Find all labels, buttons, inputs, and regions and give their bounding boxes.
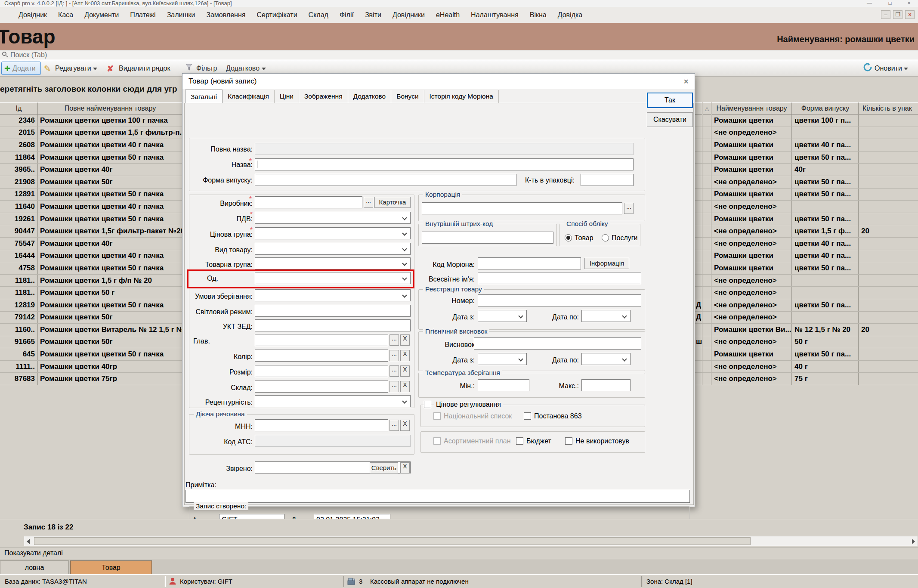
close-icon[interactable]: ×	[902, 0, 916, 7]
tab-bonusy[interactable]: Бонуси	[391, 90, 424, 103]
cancel-button[interactable]: Скасувати	[647, 112, 693, 127]
table-row[interactable]: <не определено>	[695, 275, 918, 287]
table-row[interactable]: <не определено>	[695, 127, 918, 139]
hyg-date-from-select[interactable]	[478, 353, 527, 365]
size-input[interactable]	[255, 365, 388, 377]
reg-date-from-select[interactable]	[478, 310, 527, 322]
table-row[interactable]: 11864 Ромашки цветки цветки 50 г пачка	[0, 152, 182, 164]
tab-klasyfikacia[interactable]: Класифікація	[223, 90, 275, 103]
menu-item[interactable]: Платежі	[124, 11, 161, 19]
tab-istoria-morion[interactable]: Історія коду Моріона	[424, 90, 499, 103]
corporation-browse-button[interactable]: ...	[624, 203, 634, 214]
maximize-icon[interactable]: □	[883, 0, 897, 7]
table-row[interactable]: Д <не определено> цветки 50 г па...	[695, 299, 918, 312]
tab-dodatkovo[interactable]: Додатково	[348, 90, 392, 103]
table-row[interactable]: Ромашки цветки цветки 50 г па...	[695, 152, 918, 164]
mnn-input[interactable]	[255, 419, 388, 431]
mdi-close-icon[interactable]: ×	[905, 10, 915, 19]
menu-item[interactable]: Звіти	[359, 11, 387, 19]
price-group-select[interactable]	[255, 227, 411, 239]
temp-max-input[interactable]	[581, 379, 631, 391]
table-row[interactable]: 75547 Ромашки цветки 40г	[0, 238, 182, 250]
mdi-minimize-icon[interactable]: –	[881, 10, 890, 19]
table-row[interactable]: 1181.. Ромашки цветки 50 г	[0, 287, 182, 299]
scrollbar-track[interactable]	[24, 536, 918, 546]
color-browse-button[interactable]: ...	[389, 350, 399, 361]
table-row[interactable]: <не определено> 75 г	[695, 373, 918, 385]
warehouse-clear-button[interactable]: X	[400, 381, 410, 392]
information-button[interactable]: Інформація	[584, 258, 629, 269]
temp-min-input[interactable]	[478, 379, 529, 391]
column-header-fullname[interactable]: Повне найменування товару	[38, 102, 182, 115]
sort-indicator-icon[interactable]: △	[703, 102, 711, 115]
table-row[interactable]: Ромашки цветки цветки 40 г па...	[695, 250, 918, 263]
prescription-select[interactable]	[255, 395, 411, 407]
table-row[interactable]: Д <не определено>	[695, 312, 918, 324]
column-header-name[interactable]: Найменування товару	[712, 102, 792, 115]
filter-button[interactable]: Фільтр	[196, 65, 217, 72]
tab-zagalni[interactable]: Загальні	[185, 90, 223, 104]
goods-radio[interactable]	[565, 234, 572, 241]
table-row[interactable]: <не определено> 40 г	[695, 361, 918, 373]
column-header-id[interactable]: Ід	[0, 102, 38, 115]
horizontal-scrollbar[interactable]	[0, 535, 918, 547]
minimize-icon[interactable]: —	[862, 0, 877, 7]
mdi-restore-icon[interactable]: ❐	[893, 10, 903, 19]
table-row[interactable]: <не определено>	[695, 201, 918, 213]
ok-button[interactable]: Так	[647, 93, 693, 108]
verified-clear-button[interactable]: X	[400, 462, 410, 473]
table-row[interactable]: 87683 Ромашки цветки 75гр	[0, 373, 182, 385]
light-mode-input[interactable]	[255, 305, 411, 317]
table-row[interactable]: <не определено> цветки 40 г па...	[695, 238, 918, 250]
table-row[interactable]: 11640 Ромашки цветки цветки 40 г пачка	[0, 201, 182, 213]
size-clear-button[interactable]: X	[400, 365, 410, 377]
table-row[interactable]: 12891 Ромашки цветки цветки 50 г пачка	[0, 189, 182, 201]
table-row[interactable]: 1160.. Ромашки цветки Витарель № 12 1,5 …	[0, 324, 182, 336]
table-row[interactable]: 2608 Ромашки цветки цветки 40 г пачка	[0, 139, 182, 152]
table-row[interactable]: 12819 Ромашки цветки цветки 50 г пачка	[0, 299, 182, 312]
table-row[interactable]: 4758 Ромашки цветки цветки 50 г пачка	[0, 262, 182, 275]
search-input[interactable]	[10, 51, 785, 59]
not-used-checkbox[interactable]	[565, 437, 572, 445]
menu-item[interactable]: Замовлення	[201, 11, 251, 19]
table-row[interactable]: 3965.. Ромашки цветки 40г	[0, 164, 182, 176]
menu-item[interactable]: Довідники	[387, 11, 430, 19]
product-group-select[interactable]	[255, 257, 411, 269]
name-input[interactable]	[255, 158, 634, 170]
table-row[interactable]: Ромашки цветки цветки 50 г па...	[695, 348, 918, 361]
size-browse-button[interactable]: ...	[389, 365, 399, 377]
tab-golovna[interactable]: ловна	[0, 560, 69, 575]
more-button[interactable]: Додатково	[226, 65, 266, 72]
tab-ciny[interactable]: Ціни	[275, 90, 299, 103]
menu-item[interactable]: Залишки	[161, 11, 201, 19]
table-row[interactable]: Ромашки цветки цветки 100 г п...	[695, 115, 918, 127]
mnn-browse-button[interactable]: ...	[389, 420, 399, 431]
product-kind-select[interactable]	[255, 243, 411, 255]
menu-item[interactable]: Склад	[303, 11, 334, 19]
vat-select[interactable]	[255, 212, 411, 224]
color-clear-button[interactable]: X	[400, 350, 410, 361]
column-header-form[interactable]: Форма випуску	[792, 102, 859, 115]
menu-item[interactable]: Довідка	[552, 11, 588, 19]
hyg-date-to-select[interactable]	[581, 353, 631, 365]
add-button[interactable]: + Додати	[1, 62, 41, 75]
table-row[interactable]: <не определено>	[695, 287, 918, 299]
table-row[interactable]: 2015 Ромашки цветки цветки 1,5 г фильтр-…	[0, 127, 182, 139]
world-name-input[interactable]	[478, 272, 641, 284]
verify-button[interactable]: Сверить	[370, 462, 398, 473]
table-row[interactable]: 79142 Ромашки цветки 50г	[0, 312, 182, 324]
table-row[interactable]: 645 Ромашки цветки цветки 50 г пачка	[0, 348, 182, 361]
menu-item[interactable]: Вікна	[524, 11, 552, 19]
menu-item[interactable]: Довідник	[13, 11, 53, 19]
table-row[interactable]: <не определено> цветки 1,5 г ф... 20	[695, 225, 918, 238]
barcode-input[interactable]	[422, 232, 553, 244]
scroll-left-icon[interactable]	[27, 539, 30, 544]
table-row[interactable]: Ромашки цветки цветки 50 г па...	[695, 189, 918, 201]
release-form-input[interactable]	[255, 174, 516, 186]
glav-browse-button[interactable]: ...	[389, 334, 399, 346]
table-row[interactable]: 19261 Ромашки цветки цветки 50 г пачка	[0, 213, 182, 226]
conclusion-input[interactable]	[474, 337, 641, 350]
menu-item[interactable]: Каса	[53, 11, 79, 19]
delete-row-button[interactable]: Видалити рядок	[119, 65, 170, 72]
producer-browse-button[interactable]: ...	[364, 197, 373, 208]
